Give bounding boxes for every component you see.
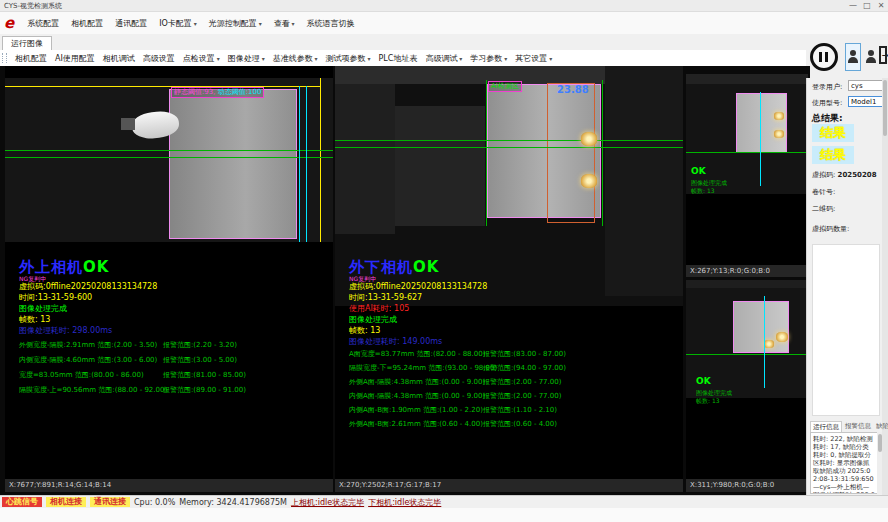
- reel-number-label: 卷针号:: [812, 187, 835, 197]
- middle-bright-tab-1: [581, 132, 597, 146]
- tool-other-settings[interactable]: 其它设置: [511, 51, 556, 66]
- tab-strip: 运行图像: [0, 34, 888, 51]
- log-scrollbar[interactable]: [877, 432, 882, 494]
- left-coords-bar: X:7677;Y:891;R:14;G:14;B:14: [5, 479, 333, 492]
- maximize-button[interactable]: □: [860, 0, 874, 12]
- left-elapsed: 图像处理耗时: 298.00ms: [19, 326, 112, 336]
- left-yellow-line: [5, 86, 321, 87]
- middle-green-line-1: [335, 140, 683, 141]
- thumb-top-camera-view[interactable]: OK 图像处理完成 帧数: 13: [686, 74, 808, 265]
- user-settings-icon: [865, 50, 877, 64]
- model-value[interactable]: Model1: [848, 96, 884, 107]
- left-virtual-code: 虚拟码:0ffline20250208133134728: [19, 282, 157, 292]
- login-user-value[interactable]: cys: [848, 80, 884, 91]
- pause-button[interactable]: [810, 43, 838, 71]
- middle-ai-area-label: AI检测区: [488, 81, 522, 92]
- left-done-text: 图像处理完成: [19, 304, 67, 314]
- comm-connect-chip: 通讯连接: [90, 497, 130, 507]
- sidebar-scrollbar-thumb[interactable]: [883, 80, 887, 136]
- middle-virtual-code: 虚拟码:0ffline20250208133134728: [349, 282, 487, 292]
- tool-plc-address[interactable]: PLC地址表: [375, 51, 422, 66]
- log-text[interactable]: 耗时: 222, 缺陷检测耗时: 17, 缺陷分类耗时: 0, 缺陷提取分区耗时…: [810, 432, 882, 494]
- middle-coords-bar: X:270;Y:2502;R:17;G:17;B:17: [335, 479, 683, 492]
- tool-spot-check[interactable]: 点检设置: [179, 51, 224, 66]
- pause-icon: [819, 52, 822, 62]
- sidebar-empty-panel: [812, 244, 880, 416]
- menu-view[interactable]: 查看: [269, 15, 300, 32]
- tool-test-params[interactable]: 测试项参数: [322, 51, 375, 66]
- left-camera-view[interactable]: 静态阈值:93, 动态阈值:100 外上相机OK NG复判中 虚拟码:0ffli…: [5, 66, 333, 479]
- tool-camera-debug[interactable]: 相机调试: [99, 51, 139, 66]
- toolbar: 相机配置 AI使用配置 相机调试 高级设置 点检设置 图像处理 基准线参数 测试…: [0, 50, 806, 67]
- user-manage-button[interactable]: [864, 47, 877, 67]
- heartbeat-status-chip: 心跳信号: [2, 497, 42, 507]
- menu-bar: e 系统配置 相机配置 通讯配置 IO卡配置 光源控制配置 查看 系统语言切换: [0, 12, 888, 35]
- log-tab-defect-info[interactable]: 缺陷信息: [874, 421, 888, 432]
- menu-system-config[interactable]: 系统配置: [22, 15, 64, 32]
- thumb-bottom-ok: OK: [696, 376, 711, 386]
- left-roller-holder: [121, 118, 135, 130]
- menu-io-config[interactable]: IO卡配置: [154, 15, 202, 32]
- middle-ai-roi-box: [547, 83, 595, 223]
- exit-button[interactable]: →: [879, 44, 888, 70]
- model-label: 使用型号:: [812, 98, 842, 108]
- thumb-top-coords-bar: X:267;Y:13;R:0;G:0;B:0: [686, 265, 808, 277]
- middle-green-line-2: [335, 147, 683, 148]
- tool-learning-params[interactable]: 学习参数: [466, 51, 511, 66]
- menu-language-switch[interactable]: 系统语言切换: [302, 15, 360, 32]
- left-green-line-1: [5, 150, 333, 151]
- thumb-bottom-line2: 帧数: 13: [696, 397, 720, 406]
- sidebar-scrollbar[interactable]: [882, 78, 888, 495]
- bottom-camera-status[interactable]: 下相机:idle状态完毕: [368, 497, 441, 508]
- tool-camera-config[interactable]: 相机配置: [11, 51, 51, 66]
- tool-ai-use-config[interactable]: AI使用配置: [51, 51, 99, 66]
- log-tabs: 运行信息 报警信息 缺陷信息: [810, 421, 884, 432]
- camera-connect-chip: 相机连接: [46, 497, 86, 507]
- left-cyan-vline-1: [299, 86, 300, 242]
- tab-run-image[interactable]: 运行图像: [2, 36, 52, 51]
- left-yellow-vline: [320, 78, 321, 242]
- menu-camera-config[interactable]: 相机配置: [66, 15, 108, 32]
- toolbar-grip[interactable]: [2, 53, 7, 63]
- tool-image-processing[interactable]: 图像处理: [224, 51, 269, 66]
- minimize-button[interactable]: —: [846, 0, 860, 12]
- cpu-usage: Cpu: 0.0%: [134, 498, 175, 507]
- window-title: CYS-视觉检测系统: [4, 2, 62, 10]
- middle-ai-value: 23.88: [557, 84, 589, 95]
- virtual-code-row: 虚拟码: 20250208: [812, 170, 877, 180]
- middle-time: 时间:13-31-59-627: [349, 293, 422, 303]
- log-tab-alarm-info[interactable]: 报警信息: [843, 421, 873, 432]
- left-cyan-vline-2: [306, 86, 307, 242]
- middle-done-text: 图像处理完成: [349, 315, 397, 325]
- middle-ai-elapsed: 使用AI耗时: 105: [349, 304, 409, 314]
- left-green-line-2: [5, 157, 333, 158]
- qr-code-label: 二维码:: [812, 204, 835, 214]
- tool-advanced-settings[interactable]: 高级设置: [139, 51, 179, 66]
- middle-camera-view[interactable]: AI检测区 23.88 外下相机OK NG复判中 虚拟码:0ffline2025…: [335, 66, 683, 479]
- thumb-bottom-coords-bar: X:311;Y:980;R:0;G:0;B:0: [686, 479, 808, 492]
- middle-elapsed: 图像处理耗时: 149.00ms: [349, 337, 442, 347]
- app-logo-icon: e: [4, 13, 14, 33]
- log-tab-run-info[interactable]: 运行信息: [810, 421, 842, 432]
- current-user-button[interactable]: [845, 43, 861, 71]
- title-bar: CYS-视觉检测系统: [0, 0, 888, 12]
- thumb-bottom-camera-view[interactable]: OK 图像处理完成 帧数: 13: [686, 280, 808, 479]
- log-panel[interactable]: 耗时: 222, 缺陷检测耗时: 17, 缺陷分类耗时: 0, 缺陷提取分区耗时…: [810, 432, 882, 494]
- tool-advanced-debug[interactable]: 高级调试: [421, 51, 466, 66]
- middle-bright-tab-2: [581, 174, 597, 188]
- menu-comm-config[interactable]: 通讯配置: [110, 15, 152, 32]
- result-box-2: 结果: [812, 146, 854, 164]
- result-box-1: 结果: [812, 124, 854, 142]
- memory-usage: Memory: 3424.41796875M: [179, 498, 287, 507]
- top-camera-status[interactable]: 上相机:idle状态完毕: [291, 497, 364, 508]
- user-icon: [847, 50, 859, 64]
- close-button[interactable]: ✕: [874, 0, 888, 12]
- login-user-label: 登录用户:: [812, 82, 842, 92]
- vcode-count-label: 虚拟码数量:: [812, 224, 849, 234]
- menu-light-config[interactable]: 光源控制配置: [204, 15, 267, 32]
- thumb-top-line2: 帧数: 13: [691, 187, 715, 196]
- tool-baseline-params[interactable]: 基准线参数: [269, 51, 322, 66]
- left-roi-box: [169, 89, 297, 239]
- left-frame-count: 帧数: 13: [19, 315, 50, 325]
- app-window: CYS-视觉检测系统 — □ ✕ e 系统配置 相机配置 通讯配置 IO卡配置 …: [0, 0, 888, 522]
